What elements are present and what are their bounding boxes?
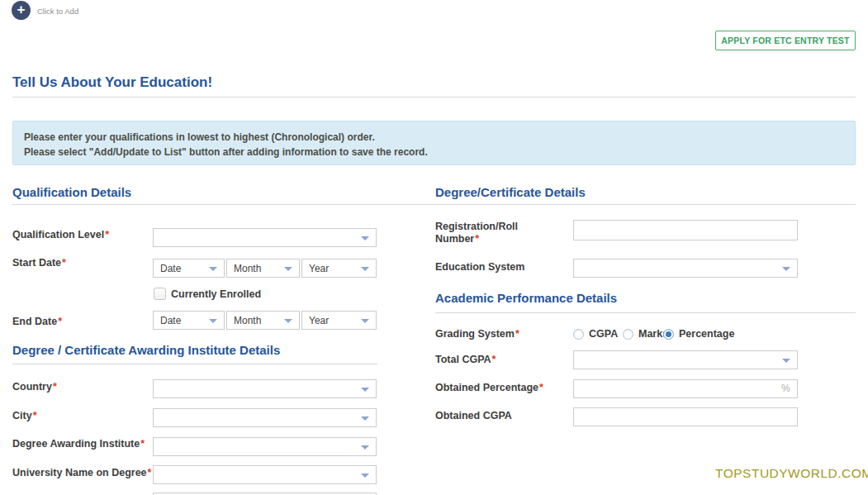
label-text: Grading System [435,328,515,340]
section-degree-certificate-details: Degree/Certificate Details [435,185,586,199]
registration-roll-number-label: Registration/Roll Number* [435,221,559,245]
section-divider [12,204,856,205]
qualification-level-label: Qualification Level* [12,229,149,241]
chevron-down-icon [361,319,369,323]
section-divider [435,312,856,313]
currently-enrolled-label[interactable]: Currently Enrolled [171,288,261,301]
select-value: Year [309,263,329,274]
country-select[interactable] [153,379,377,398]
education-system-label: Education System [435,261,567,274]
obtained-cgpa-input[interactable] [573,407,798,426]
grading-system-label: Grading System* [435,328,567,340]
country-label: Country* [12,381,149,393]
obtained-percentage-label: Obtained Percentage* [435,382,572,394]
radio-circle-icon [623,329,633,340]
required-marker: * [515,328,519,340]
label-text: End Date [12,316,57,327]
city-select[interactable] [153,408,377,427]
required-marker: * [61,257,66,269]
required-marker: * [140,438,145,450]
education-form-page: + Click to Add APPLY FOR ETC ENTRY TEST … [0,0,868,495]
label-text: Obtained CGPA [435,410,512,421]
add-icon[interactable]: + [12,1,31,20]
start-date-year-select[interactable]: Year [301,259,377,278]
required-marker: * [104,229,109,240]
required-marker: * [57,316,62,327]
section-divider [12,364,377,364]
radio-cgpa[interactable]: CGPA [573,328,618,340]
required-marker: * [52,381,57,393]
notice-line-2: Please select "Add/Update to List" butto… [24,145,855,159]
end-date-month-select[interactable]: Month [226,311,300,330]
select-value: Year [309,315,329,326]
chevron-down-icon [361,445,369,450]
section-qualification-details: Qualification Details [12,185,131,199]
required-marker: * [32,410,37,421]
radio-cgpa-label: CGPA [589,328,618,340]
obtained-cgpa-label: Obtained CGPA [435,410,567,422]
radio-circle-icon [573,329,584,340]
radio-percentage-label: Percentage [679,328,734,340]
select-value: Date [160,315,181,326]
label-text: Degree Awarding Institute [12,438,140,450]
instructions-notice: Please enter your qualifications in lowe… [12,121,856,165]
registration-roll-number-input[interactable] [573,220,798,240]
label-text: City [12,410,32,421]
chevron-down-icon [361,474,369,478]
city-label: City* [12,410,149,422]
qualification-level-select[interactable] [153,228,377,247]
end-date-label: End Date* [12,316,149,328]
notice-line-1: Please enter your qualifications in lowe… [24,130,855,145]
degree-awarding-institute-select[interactable] [153,437,377,456]
click-to-add-label[interactable]: Click to Add [37,7,78,16]
radio-marks[interactable]: Marks [623,328,668,340]
total-cgpa-label: Total CGPA* [435,354,567,366]
required-marker: * [491,354,496,365]
select-value: Month [234,315,261,326]
end-date-day-select[interactable]: Date [153,311,225,330]
obtained-percentage-input[interactable] [573,379,798,398]
label-text: Education System [435,261,524,273]
chevron-down-icon [209,319,217,323]
start-date-day-select[interactable]: Date [153,259,225,278]
required-marker: * [474,233,479,245]
select-value: Date [160,263,181,274]
section-awarding-institute-details: Degree / Certificate Awarding Institute … [12,343,280,357]
currently-enrolled-checkbox[interactable] [154,288,166,300]
page-title: Tell Us About Your Education! [12,74,212,91]
label-text: Start Date [12,257,61,269]
chevron-down-icon [284,267,292,271]
chevron-down-icon [361,416,369,421]
radio-circle-icon [663,329,674,340]
university-name-on-degree-select[interactable] [153,465,377,484]
chevron-down-icon [782,359,790,363]
select-value: Month [234,263,261,274]
end-date-year-select[interactable]: Year [301,311,377,330]
university-name-on-degree-label: University Name on Degree* [12,467,157,479]
degree-awarding-institute-label: Degree Awarding Institute* [12,438,153,450]
chevron-down-icon [361,388,369,392]
watermark: TOPSTUDYWORLD.COM [715,466,868,481]
required-marker: * [538,382,543,393]
chevron-down-icon [782,267,790,271]
label-text: Qualification Level [12,229,104,240]
label-text: Total CGPA [435,354,491,365]
label-text: Country [12,381,52,393]
education-system-select[interactable] [573,259,798,278]
required-marker: * [147,467,152,478]
title-divider [12,97,856,98]
start-date-label: Start Date* [12,257,149,269]
percent-suffix: % [781,383,790,394]
apply-etc-entry-test-button[interactable]: APPLY FOR ETC ENTRY TEST [715,31,856,50]
start-date-month-select[interactable]: Month [226,259,300,278]
chevron-down-icon [361,236,369,240]
chevron-down-icon [361,267,369,271]
label-text: University Name on Degree [12,467,147,478]
radio-percentage[interactable]: Percentage [663,328,734,340]
section-academic-performance-details: Academic Performance Details [435,291,617,305]
chevron-down-icon [209,267,217,271]
total-cgpa-select[interactable] [573,350,798,369]
chevron-down-icon [284,319,292,323]
label-text: Obtained Percentage [435,382,538,393]
